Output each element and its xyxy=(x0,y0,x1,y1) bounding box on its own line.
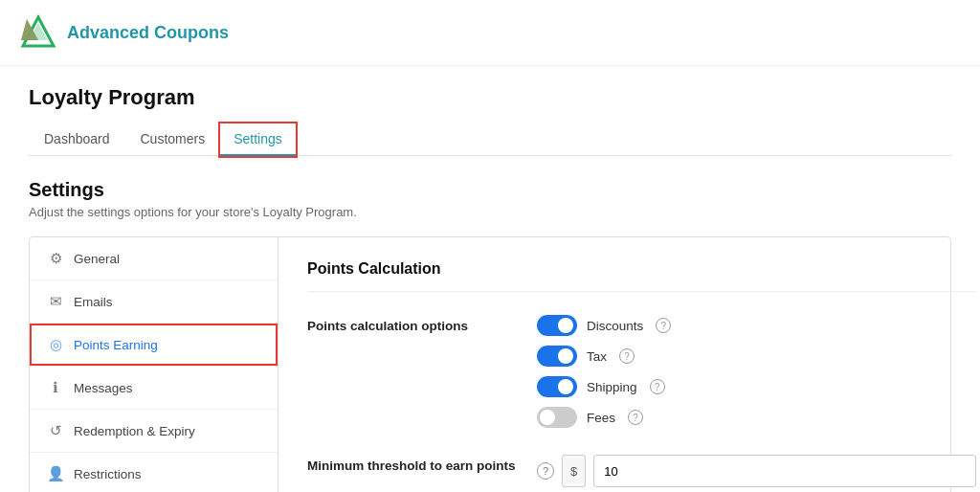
sidebar-item-emails[interactable]: ✉ Emails xyxy=(30,280,278,324)
fees-help-icon[interactable]: ? xyxy=(628,410,643,425)
fees-row: Fees ? xyxy=(537,407,976,428)
points-calculation-label: Points calculation options xyxy=(307,315,537,333)
restrictions-icon: 👤 xyxy=(47,465,64,482)
gear-icon: ⚙ xyxy=(47,250,64,267)
sidebar-item-messages-label: Messages xyxy=(74,381,133,395)
currency-symbol: $ xyxy=(562,455,586,487)
redemption-icon: ↺ xyxy=(47,422,64,439)
page-wrapper: Loyalty Program Dashboard Customers Sett… xyxy=(0,66,980,492)
threshold-label-text: Minimum threshold to earn points xyxy=(307,458,516,473)
sidebar-item-redemption[interactable]: ↺ Redemption & Expiry xyxy=(30,410,278,453)
discounts-row: Discounts ? xyxy=(537,315,976,336)
shipping-label: Shipping xyxy=(587,380,637,394)
tax-label: Tax xyxy=(587,349,607,364)
messages-icon: ℹ xyxy=(47,379,64,396)
points-icon: ◎ xyxy=(47,336,64,353)
tabs: Dashboard Customers Settings xyxy=(29,123,951,156)
settings-title: Settings xyxy=(29,179,951,201)
discounts-help-icon[interactable]: ? xyxy=(656,318,671,333)
sidebar-item-restrictions-label: Restrictions xyxy=(74,467,142,481)
shipping-toggle[interactable] xyxy=(537,376,577,397)
discounts-toggle[interactable] xyxy=(537,315,577,336)
threshold-controls: ? $ xyxy=(537,455,976,487)
tax-toggle[interactable] xyxy=(537,346,577,367)
sidebar-item-points-label: Points Earning xyxy=(74,338,158,352)
logo-icon xyxy=(19,13,57,52)
sidebar-item-restrictions[interactable]: 👤 Restrictions xyxy=(30,453,278,492)
tax-help-icon[interactable]: ? xyxy=(619,348,635,364)
sidebar-item-messages[interactable]: ℹ Messages xyxy=(30,367,278,410)
tab-dashboard[interactable]: Dashboard xyxy=(29,123,125,156)
sidebar-item-redemption-label: Redemption & Expiry xyxy=(74,424,195,438)
settings-layout: ⚙ General ✉ Emails ◎ Points Earning ℹ Me… xyxy=(29,236,951,492)
shipping-help-icon[interactable]: ? xyxy=(650,379,665,394)
tax-row: Tax ? xyxy=(537,346,976,367)
sidebar-item-general-label: General xyxy=(74,252,120,266)
settings-desc: Adjust the settings options for your sto… xyxy=(29,205,951,219)
page-title: Loyalty Program xyxy=(29,85,951,110)
settings-sidebar: ⚙ General ✉ Emails ◎ Points Earning ℹ Me… xyxy=(30,237,278,492)
threshold-input[interactable] xyxy=(593,455,976,487)
tab-settings[interactable]: Settings xyxy=(220,123,296,156)
threshold-help-icon[interactable]: ? xyxy=(537,462,554,480)
sidebar-item-points-earning[interactable]: ◎ Points Earning xyxy=(30,324,278,367)
tab-customers[interactable]: Customers xyxy=(125,123,221,156)
fees-toggle[interactable] xyxy=(537,407,577,428)
sidebar-item-general[interactable]: ⚙ General xyxy=(30,237,278,280)
threshold-row: Minimum threshold to earn points ? $ xyxy=(307,455,976,487)
discounts-label: Discounts xyxy=(587,319,643,333)
sidebar-item-emails-label: Emails xyxy=(74,295,113,309)
shipping-row: Shipping ? xyxy=(537,376,976,397)
main-content: Points Calculation Points calculation op… xyxy=(278,237,980,492)
header: Advanced Coupons xyxy=(0,0,980,66)
section-title: Points Calculation xyxy=(307,260,976,292)
points-calculation-controls: Discounts ? Tax ? xyxy=(537,315,976,428)
email-icon: ✉ xyxy=(47,293,64,310)
fees-label: Fees xyxy=(587,411,615,425)
points-calculation-row: Points calculation options Discounts ? xyxy=(307,315,976,428)
brand-name: Advanced Coupons xyxy=(67,23,229,43)
threshold-label: Minimum threshold to earn points xyxy=(307,455,537,473)
